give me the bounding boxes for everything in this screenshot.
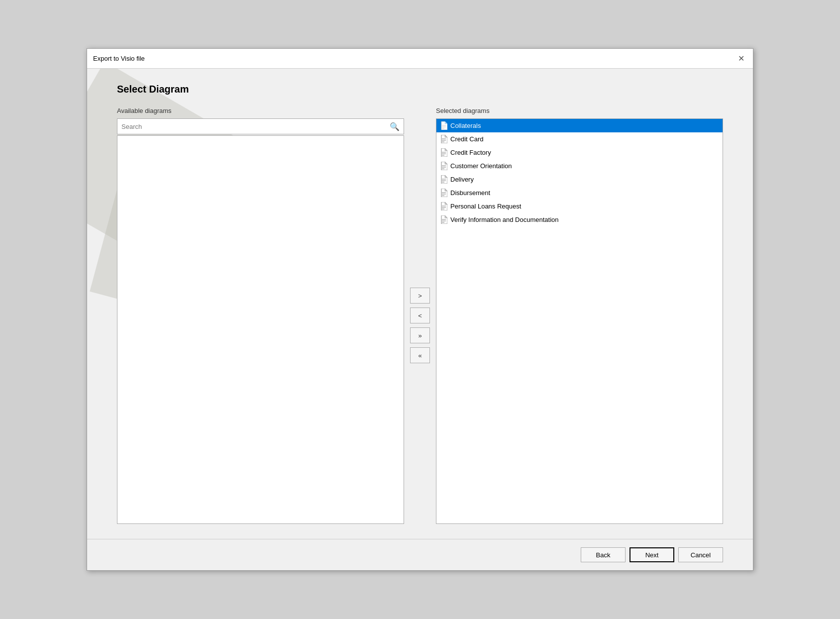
dialog-window: Export to Visio file ✕ Select Diagram Av… xyxy=(87,48,753,571)
available-panel: Available diagrams 🔍 xyxy=(117,107,404,524)
list-item-label: Credit Card xyxy=(450,135,483,143)
doc-icon xyxy=(440,121,447,130)
footer: Back Next Cancel xyxy=(87,539,753,570)
doc-icon xyxy=(440,189,447,197)
list-item[interactable]: Collaterals xyxy=(436,119,723,132)
selected-label: Selected diagrams xyxy=(436,107,723,114)
list-item-label: Customer Orientation xyxy=(450,162,512,170)
main-content: Select Diagram Available diagrams 🔍 > < … xyxy=(87,69,753,539)
back-button[interactable]: Back xyxy=(581,547,626,562)
available-label: Available diagrams xyxy=(117,107,404,114)
move-all-left-button[interactable]: « xyxy=(410,347,430,363)
transfer-buttons-group: > < » « xyxy=(404,127,436,524)
doc-icon xyxy=(440,148,447,157)
next-button[interactable]: Next xyxy=(630,547,674,562)
available-diagrams-list[interactable] xyxy=(117,135,404,524)
list-item[interactable]: Disbursement xyxy=(436,186,723,200)
dialog-title: Export to Visio file xyxy=(93,55,145,62)
list-item-label: Collaterals xyxy=(450,122,481,129)
list-item-label: Personal Loans Request xyxy=(450,203,521,210)
search-icon[interactable]: 🔍 xyxy=(390,122,400,131)
diagram-section: Available diagrams 🔍 > < » « Selected di… xyxy=(117,107,723,524)
doc-icon xyxy=(440,135,447,143)
move-right-button[interactable]: > xyxy=(410,288,430,304)
search-box: 🔍 xyxy=(117,118,404,134)
list-item[interactable]: Credit Factory xyxy=(436,146,723,159)
page-title: Select Diagram xyxy=(117,84,723,95)
title-bar: Export to Visio file ✕ xyxy=(87,49,753,69)
doc-icon xyxy=(440,162,447,170)
search-input[interactable] xyxy=(121,123,390,130)
selected-diagrams-list[interactable]: Collaterals Credit Card Credit Factory xyxy=(436,118,723,524)
doc-icon xyxy=(440,175,447,184)
doc-icon xyxy=(440,202,447,210)
cancel-button[interactable]: Cancel xyxy=(678,547,723,562)
move-left-button[interactable]: < xyxy=(410,308,430,323)
list-item[interactable]: Credit Card xyxy=(436,132,723,146)
list-item-label: Delivery xyxy=(450,176,474,183)
list-item[interactable]: Verify Information and Documentation xyxy=(436,213,723,226)
move-all-right-button[interactable]: » xyxy=(410,327,430,343)
close-button[interactable]: ✕ xyxy=(735,53,747,65)
list-item[interactable]: Customer Orientation xyxy=(436,159,723,173)
selected-panel: Selected diagrams Collaterals Credit xyxy=(436,107,723,524)
doc-icon xyxy=(440,215,447,224)
list-item[interactable]: Delivery xyxy=(436,173,723,186)
list-item-label: Disbursement xyxy=(450,189,490,197)
list-item[interactable]: Personal Loans Request xyxy=(436,200,723,213)
list-item-label: Verify Information and Documentation xyxy=(450,216,559,223)
list-item-label: Credit Factory xyxy=(450,149,491,156)
